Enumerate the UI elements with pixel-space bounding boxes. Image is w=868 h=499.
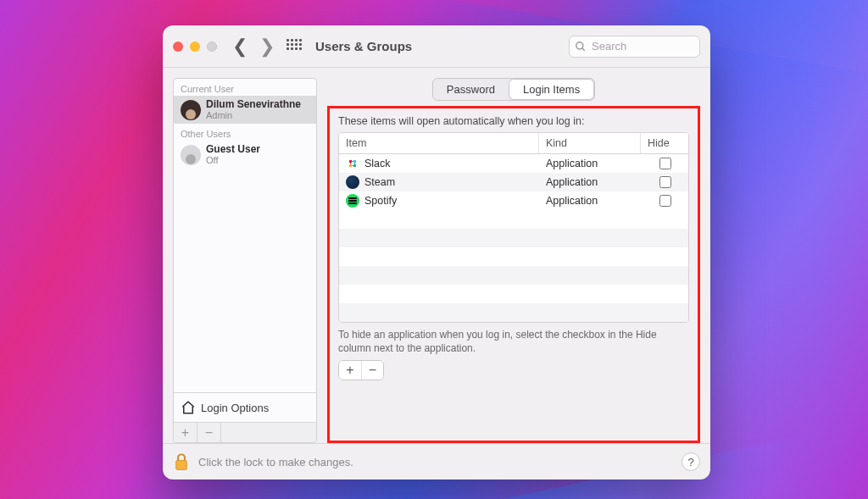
login-items-header-hint: These items will open automatically when… bbox=[338, 115, 689, 127]
tab-login-items[interactable]: Login Items bbox=[509, 80, 593, 99]
steam-icon bbox=[346, 175, 359, 189]
zoom-window-icon bbox=[207, 42, 217, 52]
table-row[interactable]: SpotifyApplication bbox=[339, 191, 688, 210]
login-item-name: Spotify bbox=[364, 195, 397, 207]
sidebar-footer: + − bbox=[174, 422, 316, 442]
lock-bar-text: Click the lock to make changes. bbox=[198, 456, 353, 469]
close-window-icon[interactable] bbox=[173, 42, 183, 52]
guest-user-role: Off bbox=[206, 155, 260, 165]
login-item-kind: Application bbox=[539, 176, 641, 188]
hide-checkbox[interactable] bbox=[659, 158, 671, 169]
avatar bbox=[181, 145, 201, 165]
lock-icon[interactable] bbox=[173, 452, 190, 471]
minimize-window-icon[interactable] bbox=[190, 42, 200, 52]
table-row[interactable]: SlackApplication bbox=[339, 154, 688, 173]
tab-password[interactable]: Password bbox=[433, 80, 509, 99]
svg-rect-2 bbox=[176, 460, 187, 469]
slack-icon bbox=[346, 157, 359, 170]
col-kind[interactable]: Kind bbox=[539, 133, 641, 153]
login-items-add-remove: + − bbox=[338, 360, 384, 380]
house-icon bbox=[181, 400, 196, 415]
col-item[interactable]: Item bbox=[339, 133, 539, 153]
sidebar-item-current-user[interactable]: Dilum Senevirathne Admin bbox=[174, 96, 316, 124]
hide-checkbox[interactable] bbox=[659, 195, 671, 207]
nav-forward-button: ❯ bbox=[258, 35, 276, 58]
current-user-name: Dilum Senevirathne bbox=[206, 99, 301, 110]
remove-login-item-button[interactable]: − bbox=[361, 361, 383, 380]
login-item-name: Slack bbox=[364, 158, 391, 169]
remove-user-button: − bbox=[198, 423, 221, 442]
lock-bar: Click the lock to make changes. ? bbox=[163, 443, 710, 480]
avatar bbox=[181, 100, 201, 120]
main-pane: Password Login Items These items will op… bbox=[327, 78, 700, 443]
tab-bar: Password Login Items bbox=[432, 78, 595, 101]
table-empty-rows bbox=[339, 210, 688, 322]
svg-line-1 bbox=[582, 47, 585, 50]
help-button[interactable]: ? bbox=[682, 452, 700, 471]
add-user-button: + bbox=[174, 423, 198, 442]
guest-user-name: Guest User bbox=[206, 144, 260, 155]
login-items-footer-hint: To hide an application when you log in, … bbox=[338, 328, 689, 355]
nav-back-button[interactable]: ❮ bbox=[231, 35, 249, 58]
login-items-table: Item Kind Hide SlackApplicationSteamAppl… bbox=[338, 132, 689, 323]
login-item-kind: Application bbox=[539, 195, 641, 207]
prefs-window: ❮ ❯ Users & Groups Current User Dilum Se… bbox=[163, 25, 710, 480]
col-hide[interactable]: Hide bbox=[641, 133, 688, 153]
hide-checkbox[interactable] bbox=[659, 176, 671, 188]
current-user-role: Admin bbox=[206, 110, 301, 120]
sidebar-heading-current: Current User bbox=[174, 79, 316, 96]
show-all-icon[interactable] bbox=[287, 39, 302, 54]
window-controls bbox=[173, 42, 217, 52]
sidebar-item-guest-user[interactable]: Guest User Off bbox=[174, 141, 316, 169]
login-items-panel: These items will open automatically when… bbox=[327, 106, 700, 443]
login-item-kind: Application bbox=[539, 158, 641, 169]
table-row[interactable]: SteamApplication bbox=[339, 173, 688, 191]
user-sidebar: Current User Dilum Senevirathne Admin Ot… bbox=[173, 78, 317, 443]
table-header: Item Kind Hide bbox=[339, 133, 688, 154]
sidebar-heading-other: Other Users bbox=[174, 124, 316, 141]
search-input[interactable] bbox=[590, 39, 694, 53]
search-field[interactable] bbox=[569, 36, 700, 58]
login-item-name: Steam bbox=[364, 176, 395, 188]
toolbar: ❮ ❯ Users & Groups bbox=[163, 25, 710, 68]
svg-point-0 bbox=[576, 42, 583, 48]
login-options-label: Login Options bbox=[201, 402, 269, 414]
search-icon bbox=[575, 41, 587, 53]
login-options-button[interactable]: Login Options bbox=[174, 392, 316, 422]
sidebar-footer-spacer bbox=[221, 423, 316, 442]
table-body: SlackApplicationSteamApplicationSpotifyA… bbox=[339, 154, 688, 210]
window-title: Users & Groups bbox=[315, 39, 412, 53]
spotify-icon bbox=[346, 194, 359, 208]
add-login-item-button[interactable]: + bbox=[339, 361, 361, 380]
window-body: Current User Dilum Senevirathne Admin Ot… bbox=[163, 68, 710, 480]
